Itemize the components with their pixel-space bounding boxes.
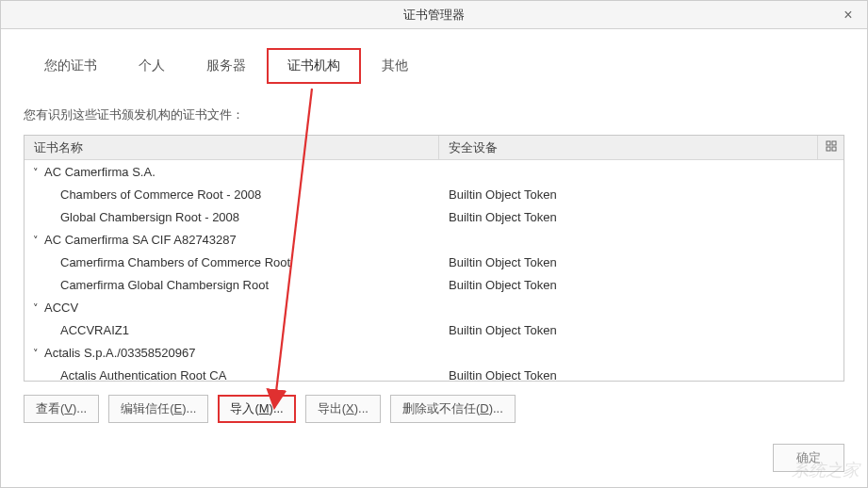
expand-caret-icon[interactable]: ˅ bbox=[33, 235, 42, 247]
column-options-icon bbox=[826, 140, 837, 155]
ok-label: 确定 bbox=[796, 450, 821, 464]
cert-name: Actalis Authentication Root CA bbox=[60, 368, 226, 382]
cert-name: AC Camerfirma S.A. bbox=[44, 165, 156, 179]
expand-caret-icon[interactable]: ˅ bbox=[33, 167, 42, 179]
svg-rect-3 bbox=[832, 147, 836, 151]
cert-name: ACCVRAIZ1 bbox=[60, 323, 129, 337]
cert-name: Chambers of Commerce Root - 2008 bbox=[60, 187, 261, 202]
window-title: 证书管理器 bbox=[403, 7, 465, 24]
device-cell: Builtin Object Token bbox=[439, 210, 843, 224]
svg-rect-1 bbox=[832, 141, 836, 145]
expand-caret-icon[interactable]: ˅ bbox=[33, 302, 42, 315]
device-cell: Builtin Object Token bbox=[439, 278, 843, 292]
svg-rect-0 bbox=[827, 141, 830, 145]
device-cell: Builtin Object Token bbox=[439, 255, 843, 269]
cert-name: Camerfirma Global Chambersign Root bbox=[60, 278, 269, 292]
device-cell: Builtin Object Token bbox=[439, 187, 843, 202]
cert-name: AC Camerfirma SA CIF A82743287 bbox=[44, 233, 237, 247]
titlebar: 证书管理器 × bbox=[1, 1, 867, 29]
svg-rect-2 bbox=[827, 147, 830, 151]
cert-name-cell: ACCVRAIZ1 bbox=[25, 323, 439, 337]
cert-name-cell: ˅AC Camerfirma S.A. bbox=[25, 165, 439, 179]
table-body[interactable]: ˅AC Camerfirma S.A.Chambers of Commerce … bbox=[25, 160, 843, 381]
table-row[interactable]: Camerfirma Chambers of Commerce RootBuil… bbox=[25, 251, 843, 273]
table-row[interactable]: Actalis Authentication Root CABuiltin Ob… bbox=[25, 364, 843, 381]
tab-personal[interactable]: 个人 bbox=[118, 48, 186, 84]
tab-label: 证书机构 bbox=[287, 57, 340, 73]
table-group-row[interactable]: ˅ACCV bbox=[25, 296, 843, 318]
table-row[interactable]: ACCVRAIZ1Builtin Object Token bbox=[25, 318, 843, 341]
table-row[interactable]: Global Chambersign Root - 2008Builtin Ob… bbox=[25, 205, 843, 228]
cert-name-cell: Camerfirma Global Chambersign Root bbox=[25, 278, 439, 292]
cert-name-cell: ˅AC Camerfirma SA CIF A82743287 bbox=[25, 233, 439, 247]
cert-name-cell: Actalis Authentication Root CA bbox=[25, 368, 439, 382]
tab-others[interactable]: 其他 bbox=[361, 48, 429, 84]
cert-name-cell: ˅Actalis S.p.A./03358520967 bbox=[25, 346, 439, 360]
column-options-button[interactable] bbox=[817, 136, 843, 159]
table-header: 证书名称 安全设备 bbox=[25, 136, 843, 160]
cert-name-cell: Global Chambersign Root - 2008 bbox=[25, 210, 439, 224]
table-row[interactable]: Camerfirma Global Chambersign RootBuilti… bbox=[25, 273, 843, 296]
cert-name: Camerfirma Chambers of Commerce Root bbox=[60, 255, 290, 269]
cert-table: 证书名称 安全设备 ˅AC Camerfirma S.A.Chambers of… bbox=[24, 135, 844, 382]
tab-label: 服务器 bbox=[206, 57, 246, 73]
close-icon: × bbox=[843, 7, 852, 24]
tab-servers[interactable]: 服务器 bbox=[186, 48, 267, 84]
view-button[interactable]: 查看(V)... bbox=[24, 395, 99, 423]
expand-caret-icon[interactable]: ˅ bbox=[33, 348, 42, 360]
ok-button[interactable]: 确定 bbox=[773, 444, 844, 472]
export-button[interactable]: 导出(X)... bbox=[305, 395, 381, 423]
tabs: 您的证书 个人 服务器 证书机构 其他 bbox=[24, 48, 844, 84]
cert-name: ACCV bbox=[44, 301, 78, 315]
import-button[interactable]: 导入(M)... bbox=[218, 395, 295, 423]
delete-distrust-button[interactable]: 删除或不信任(D)... bbox=[390, 395, 516, 423]
tab-label: 其他 bbox=[382, 57, 408, 73]
tab-label: 您的证书 bbox=[44, 57, 97, 73]
content-area: 您的证书 个人 服务器 证书机构 其他 您有识别这些证书颁发机构的证书文件： 证… bbox=[1, 29, 867, 432]
cert-name: Actalis S.p.A./03358520967 bbox=[44, 346, 195, 360]
table-group-row[interactable]: ˅Actalis S.p.A./03358520967 bbox=[25, 341, 843, 364]
tab-label: 个人 bbox=[139, 57, 165, 73]
description-text: 您有识别这些证书颁发机构的证书文件： bbox=[24, 106, 844, 123]
tab-your-certs[interactable]: 您的证书 bbox=[24, 48, 118, 84]
cert-name: Global Chambersign Root - 2008 bbox=[60, 210, 239, 224]
cert-name-cell: Camerfirma Chambers of Commerce Root bbox=[25, 255, 439, 269]
column-header-device[interactable]: 安全设备 bbox=[439, 136, 817, 159]
device-cell: Builtin Object Token bbox=[439, 323, 843, 337]
table-row[interactable]: Chambers of Commerce Root - 2008Builtin … bbox=[25, 183, 843, 205]
close-button[interactable]: × bbox=[829, 1, 867, 29]
cert-name-cell: Chambers of Commerce Root - 2008 bbox=[25, 187, 439, 202]
device-cell: Builtin Object Token bbox=[439, 368, 843, 382]
table-group-row[interactable]: ˅AC Camerfirma SA CIF A82743287 bbox=[25, 228, 843, 251]
column-header-name[interactable]: 证书名称 bbox=[25, 136, 439, 159]
tab-authorities[interactable]: 证书机构 bbox=[267, 48, 361, 84]
cert-name-cell: ˅ACCV bbox=[25, 301, 439, 315]
table-group-row[interactable]: ˅AC Camerfirma S.A. bbox=[25, 160, 843, 183]
button-row: 查看(V)... 编辑信任(E)... 导入(M)... 导出(X)... 删除… bbox=[24, 395, 844, 423]
edit-trust-button[interactable]: 编辑信任(E)... bbox=[108, 395, 208, 423]
